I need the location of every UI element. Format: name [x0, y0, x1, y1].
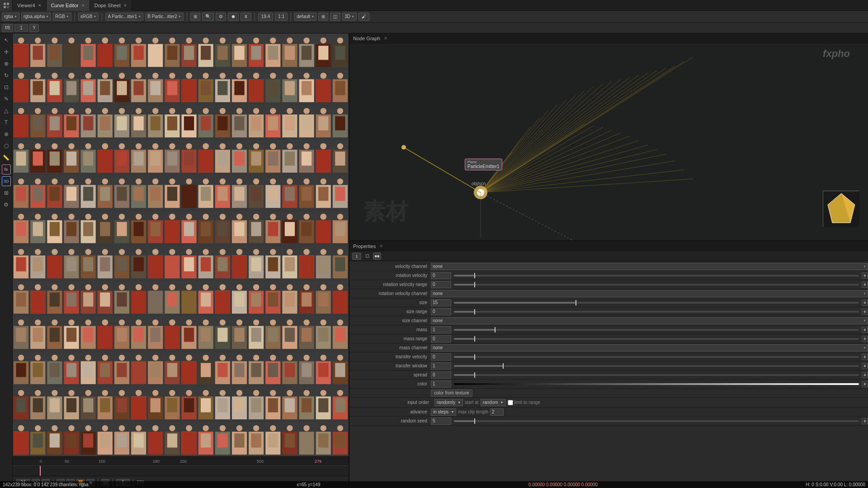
max-clip-input[interactable] — [490, 408, 504, 416]
tab-dope-sheet-close[interactable]: ✕ — [123, 3, 127, 8]
sidebar-shape-icon[interactable]: △ — [1, 106, 11, 116]
fstop-btn[interactable]: f/8 — [2, 24, 13, 32]
rotation-velocity-slider[interactable] — [454, 275, 859, 277]
settings-btn[interactable]: ⚙ — [216, 13, 226, 21]
sidebar-draw-icon[interactable]: ✎ — [1, 94, 11, 104]
viewer-image[interactable] — [13, 33, 349, 456]
sidebar-grid-icon[interactable]: ⊞ — [1, 188, 11, 198]
separator2 — [102, 13, 102, 21]
y-btn[interactable]: Y — [29, 24, 39, 32]
mass-slider[interactable] — [454, 329, 859, 331]
transfer-velocity-input[interactable] — [431, 353, 451, 361]
limit-to-range-checkbox[interactable] — [508, 400, 513, 405]
size-range-input[interactable] — [431, 308, 451, 315]
rgba-dropdown[interactable]: rgba — [2, 13, 19, 21]
props-icon-btn[interactable]: ⊡ — [363, 253, 371, 260]
rgba-alpha-dropdown[interactable]: rgba.alpha — [21, 13, 51, 21]
zoom-btn[interactable]: 🔍 — [202, 13, 214, 21]
velocity-channel-dropdown[interactable]: none — [431, 263, 868, 270]
rotation-velocity-input[interactable] — [431, 272, 451, 279]
size-anim-btn[interactable]: ◆ — [862, 300, 868, 306]
record-btn[interactable]: ⏺ — [228, 13, 239, 21]
node-graph-canvas[interactable]: fxpho — [349, 43, 868, 240]
prop-label-mass-channel: mass channel — [349, 345, 431, 350]
mass-anim-btn[interactable]: ◆ — [862, 327, 868, 333]
bg-watermark: 素材 — [363, 197, 408, 227]
sidebar-clone-icon[interactable]: ⊕ — [1, 129, 11, 139]
mass-range-slider[interactable] — [454, 338, 859, 340]
size-range-slider[interactable] — [454, 311, 859, 313]
rotation-velocity-anim-btn[interactable]: ◆ — [862, 272, 868, 279]
properties-close[interactable]: ✕ — [379, 244, 383, 249]
random-seed-slider[interactable] — [454, 420, 859, 422]
sidebar-rotate-icon[interactable]: ↻ — [1, 70, 11, 80]
rotation-velocity-range-anim-btn[interactable]: ◆ — [862, 282, 868, 288]
sidebar-text-icon[interactable]: T — [1, 117, 11, 127]
transfer-window-anim-btn[interactable]: ◆ — [862, 363, 868, 369]
mass-range-anim-btn[interactable]: ◆ — [862, 336, 868, 342]
timeline-mark-200: 180 — [153, 459, 160, 464]
grid-btn[interactable]: ⊞ — [318, 13, 328, 21]
input-a-dropdown[interactable]: A Partic...itter1 — [105, 13, 143, 21]
start-at-dropdown[interactable]: random ▼ — [481, 399, 506, 406]
tab-curve-editor[interactable]: Curve Editor ✕ — [47, 0, 90, 11]
size-slider[interactable] — [454, 302, 859, 304]
transfer-window-slider[interactable] — [454, 365, 859, 367]
color-anim-btn[interactable]: ◆ — [862, 381, 868, 387]
tab-viewer4-close[interactable]: ✕ — [38, 3, 42, 8]
spread-slider[interactable] — [454, 374, 859, 376]
3d-dropdown[interactable]: 3D — [342, 13, 357, 21]
mass-range-input[interactable] — [431, 335, 451, 343]
timeline-track[interactable] — [13, 466, 349, 476]
spread-anim-btn[interactable]: ◆ — [862, 372, 868, 378]
rotation-velocity-channel-dropdown[interactable]: none — [431, 290, 868, 297]
spread-input[interactable] — [431, 371, 451, 379]
sidebar-zoom-icon[interactable]: ⊕ — [1, 59, 11, 69]
sidebar-node-icon[interactable]: ⬡ — [1, 141, 11, 151]
overlay-btn[interactable]: ◫ — [330, 13, 340, 21]
sidebar-measure-icon[interactable]: 📏 — [1, 153, 11, 163]
properties-tab: Properties ✕ — [349, 241, 868, 251]
transfer-velocity-slider[interactable] — [454, 356, 859, 358]
mass-channel-dropdown[interactable]: none — [431, 344, 868, 352]
node-graph-close[interactable]: ✕ — [384, 36, 387, 41]
size-input[interactable] — [431, 299, 451, 306]
logo-watermark: fxpho — [823, 48, 850, 60]
tab-curve-editor-close[interactable]: ✕ — [81, 3, 85, 8]
fit-btn[interactable]: ⊞ — [190, 13, 200, 21]
rotation-velocity-range-input[interactable] — [431, 281, 451, 288]
colorspace-dropdown[interactable]: sRGB — [78, 13, 99, 21]
rotation-velocity-range-slider[interactable] — [454, 284, 859, 286]
transfer-velocity-anim-btn[interactable]: ◆ — [862, 354, 868, 360]
props-num-btn[interactable]: 1 — [352, 253, 361, 260]
viewer-status-bar: 142x239 bbox: 0 0 142 239 channels: rgba… — [0, 481, 868, 488]
color-slider-track[interactable] — [454, 383, 859, 385]
tab-viewer4[interactable]: Viewer4 ✕ — [13, 0, 47, 11]
pause-btn[interactable]: ⏸ — [241, 13, 251, 21]
sidebar-fx-icon[interactable]: fx — [2, 164, 11, 174]
paint-btn[interactable]: 🖌 — [359, 13, 369, 21]
sidebar-move-icon[interactable]: ✛ — [1, 47, 11, 57]
input-b-dropdown[interactable]: B Partic...itter2 — [145, 13, 184, 21]
random-seed-anim-btn[interactable]: ◆ — [862, 418, 868, 424]
mass-input[interactable] — [431, 326, 451, 333]
svg-line-32 — [481, 150, 657, 192]
sidebar-crop-icon[interactable]: ⊡ — [1, 82, 11, 92]
toolbar-value-input[interactable]: 1 — [14, 24, 28, 32]
sidebar-settings-icon[interactable]: ⚙ — [1, 200, 11, 210]
random-seed-input[interactable] — [431, 418, 451, 425]
sidebar-3d-icon[interactable]: 3D — [2, 176, 11, 186]
particle-emitter-node[interactable]: Plane ParticleEmitter1 — [465, 159, 502, 170]
rgb-dropdown[interactable]: RGB — [53, 13, 71, 21]
default-dropdown[interactable]: default — [294, 13, 316, 21]
color-from-texture-btn[interactable]: color from texture — [431, 389, 472, 397]
size-channel-dropdown[interactable]: none — [431, 317, 868, 324]
props-settings-btn[interactable]: ■■ — [373, 253, 381, 260]
tab-dope-sheet[interactable]: Dope Sheet ✕ — [90, 0, 132, 11]
sidebar-cursor-icon[interactable]: ↖ — [1, 35, 11, 45]
size-range-anim-btn[interactable]: ◆ — [862, 309, 868, 315]
advance-dropdown[interactable]: in steps ▼ — [431, 408, 456, 416]
input-order-dropdown[interactable]: randomly ▼ — [434, 399, 463, 406]
color-input[interactable] — [431, 380, 451, 388]
transfer-window-input[interactable] — [431, 362, 451, 370]
